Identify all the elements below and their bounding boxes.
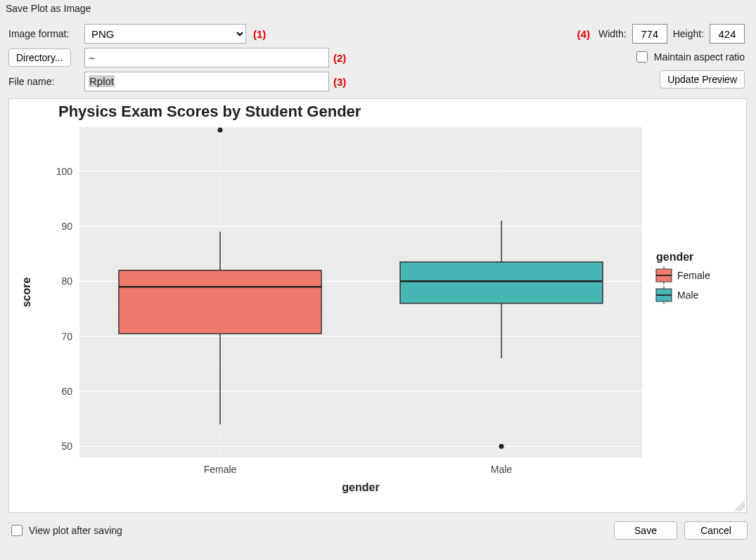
- maintain-aspect-checkbox[interactable]: [636, 51, 648, 63]
- update-preview-button[interactable]: Update Preview: [660, 70, 745, 89]
- annotation-1: (1): [249, 28, 266, 40]
- plot-svg: Physics Exam Scores by Student Gender506…: [9, 99, 747, 513]
- height-field[interactable]: [710, 24, 745, 44]
- view-after-checkbox[interactable]: [11, 525, 23, 536]
- svg-text:gender: gender: [656, 251, 693, 263]
- width-field[interactable]: [632, 24, 667, 44]
- svg-rect-30: [400, 262, 603, 304]
- width-label: Width:: [598, 28, 627, 39]
- cancel-button[interactable]: Cancel: [684, 521, 748, 540]
- annotation-4: (4): [577, 28, 593, 40]
- file-name-label: File name:: [8, 76, 84, 87]
- svg-point-25: [218, 127, 223, 132]
- file-name-field[interactable]: [84, 72, 329, 91]
- maintain-aspect-row[interactable]: Maintain aspect ratio: [634, 49, 745, 65]
- view-after-label: View plot after saving: [29, 525, 122, 536]
- svg-text:70: 70: [61, 331, 72, 342]
- svg-text:Male: Male: [677, 289, 699, 301]
- save-button[interactable]: Save: [614, 521, 677, 540]
- svg-rect-23: [119, 271, 321, 334]
- svg-text:Female: Female: [204, 464, 237, 475]
- svg-text:60: 60: [61, 386, 72, 397]
- directory-field[interactable]: [84, 48, 329, 67]
- height-label: Height:: [673, 28, 704, 39]
- window-title: Save Plot as Image: [0, 0, 756, 18]
- file-name-value: Rplot: [89, 75, 115, 87]
- svg-text:90: 90: [61, 221, 72, 232]
- svg-text:100: 100: [56, 166, 73, 177]
- svg-text:score: score: [20, 278, 32, 308]
- svg-text:50: 50: [61, 441, 72, 452]
- maintain-aspect-label: Maintain aspect ratio: [654, 51, 745, 63]
- resize-grip-icon[interactable]: [732, 498, 745, 511]
- view-after-row[interactable]: View plot after saving: [8, 523, 122, 538]
- image-format-select[interactable]: PNG: [84, 24, 246, 44]
- directory-button[interactable]: Directory...: [8, 48, 71, 67]
- image-format-label: Image format:: [8, 28, 84, 39]
- svg-text:gender: gender: [342, 481, 379, 493]
- svg-text:Female: Female: [677, 270, 710, 281]
- plot-preview: Physics Exam Scores by Student Gender506…: [8, 98, 747, 513]
- annotation-2: (2): [329, 52, 357, 64]
- svg-text:80: 80: [61, 275, 72, 287]
- svg-point-32: [499, 444, 504, 449]
- annotation-3: (3): [329, 76, 357, 88]
- svg-text:Physics Exam Scores by Student: Physics Exam Scores by Student Gender: [58, 103, 361, 120]
- svg-text:Male: Male: [491, 464, 513, 475]
